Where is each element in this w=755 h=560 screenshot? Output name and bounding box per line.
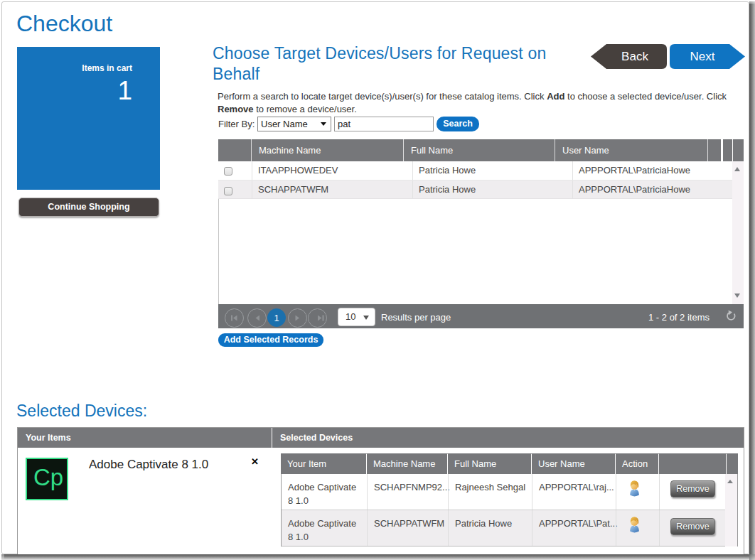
svg-text:Next: Next <box>690 50 715 63</box>
svg-text:Back: Back <box>621 50 648 63</box>
